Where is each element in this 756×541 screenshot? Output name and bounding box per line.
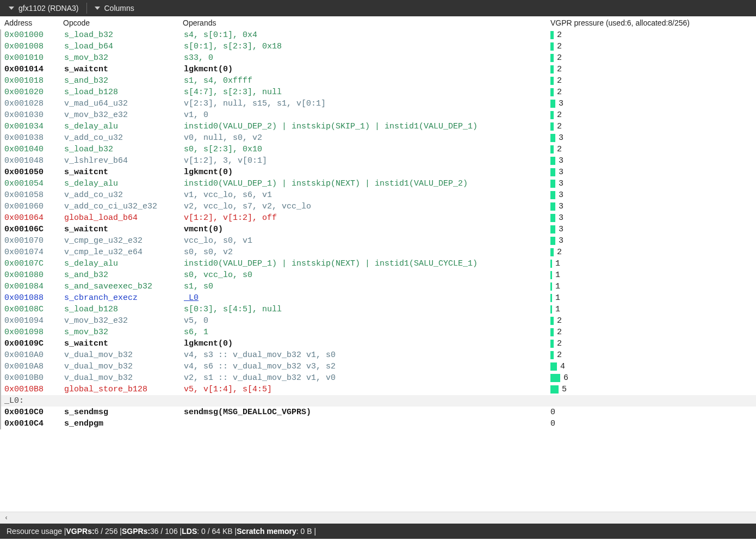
pressure-bar xyxy=(550,374,560,382)
cell-pressure: 2 xyxy=(550,144,753,155)
header-pressure[interactable]: VGPR pressure (used:6, allocated:8/256) xyxy=(550,19,753,27)
disasm-row[interactable]: 0x0010A0v_dual_mov_b32v4, s3 :: v_dual_m… xyxy=(0,349,756,361)
header-address[interactable]: Address xyxy=(3,19,63,27)
cell-address: 0x001018 xyxy=(4,75,64,87)
footer-vgprs-k: VGPRs: xyxy=(66,527,94,536)
disasm-row[interactable]: 0x0010C4s_endpgm0 xyxy=(0,418,756,429)
code-label[interactable]: _L0: xyxy=(0,395,756,407)
disasm-row[interactable]: 0x001050s_waitcntlgkmcnt(0)3 xyxy=(0,167,756,178)
disasm-row[interactable]: 0x001048v_lshlrev_b64v[1:2], 3, v[0:1]3 xyxy=(0,155,756,167)
disasm-row[interactable]: 0x001064global_load_b64v[1:2], v[1:2], o… xyxy=(0,212,756,224)
cell-pressure: 1 xyxy=(550,269,753,281)
disasm-row[interactable]: 0x001010s_mov_b32s33, 02 xyxy=(0,52,756,64)
cell-operands: lgkmcnt(0) xyxy=(184,167,550,178)
disasm-row[interactable]: 0x00107Cs_delay_aluinstid0(VALU_DEP_1) |… xyxy=(0,258,756,269)
cell-address: 0x001098 xyxy=(4,327,64,338)
cell-opcode: s_delay_alu xyxy=(64,258,184,269)
disasm-row[interactable]: 0x001088s_cbranch_execz_L01 xyxy=(0,292,756,304)
cell-opcode: s_load_b32 xyxy=(64,144,184,155)
disasm-row[interactable]: 0x001014s_waitcntlgkmcnt(0)2 xyxy=(0,64,756,75)
cell-address: 0x001028 xyxy=(4,98,64,109)
pressure-bar xyxy=(550,214,555,222)
disasm-row[interactable]: 0x00108Cs_load_b128s[0:3], s[4:5], null1 xyxy=(0,304,756,315)
cell-pressure: 1 xyxy=(550,258,753,269)
disasm-row[interactable]: 0x001080s_and_b32s0, vcc_lo, s01 xyxy=(0,269,756,281)
disasm-row[interactable]: 0x001054s_delay_aluinstid0(VALU_DEP_1) |… xyxy=(0,178,756,189)
pressure-value: 2 xyxy=(557,327,562,338)
cell-operands[interactable]: _L0 xyxy=(184,292,550,304)
disasm-row[interactable]: 0x001008s_load_b64s[0:1], s[2:3], 0x182 xyxy=(0,41,756,52)
disassembly-table[interactable]: 0x001000s_load_b32s4, s[0:1], 0x420x0010… xyxy=(0,29,756,512)
cell-opcode: s_sendmsg xyxy=(64,407,184,418)
cell-operands: s0, s[2:3], 0x10 xyxy=(184,144,550,155)
footer-sgprs-v: 36 / 106 | xyxy=(150,527,182,536)
pressure-value: 3 xyxy=(559,155,563,167)
disasm-row[interactable]: 0x0010C0s_sendmsgsendmsg(MSG_DEALLOC_VGP… xyxy=(0,407,756,418)
cell-address: 0x001020 xyxy=(4,87,64,98)
disasm-row[interactable]: 0x00106Cs_waitcntvmcnt(0)3 xyxy=(0,224,756,235)
cell-opcode: s_waitcnt xyxy=(64,64,184,75)
pressure-bar xyxy=(550,385,559,394)
cell-pressure: 2 xyxy=(550,75,753,87)
disasm-row[interactable]: 0x0010B8global_store_b128v5, v[1:4], s[4… xyxy=(0,384,756,395)
pressure-value: 3 xyxy=(559,98,563,109)
disasm-row[interactable]: 0x001094v_mov_b32_e32v5, 02 xyxy=(0,315,756,327)
horizontal-scrollbar[interactable]: ‹ xyxy=(0,512,756,524)
pressure-value: 2 xyxy=(557,144,562,155)
pressure-bar xyxy=(550,122,554,131)
columns-dropdown[interactable]: Columns xyxy=(89,0,140,16)
cell-opcode: s_delay_alu xyxy=(64,121,184,132)
disasm-row[interactable]: 0x0010B0v_dual_mov_b32v2, s1 :: v_dual_m… xyxy=(0,372,756,384)
scroll-left-icon[interactable]: ‹ xyxy=(2,514,10,522)
cell-operands: v5, v[1:4], s[4:5] xyxy=(184,384,550,395)
disasm-row[interactable]: 0x001030v_mov_b32_e32v1, 02 xyxy=(0,109,756,121)
disasm-row[interactable]: 0x001084s_and_saveexec_b32s1, s01 xyxy=(0,281,756,292)
cell-operands: s[0:3], s[4:5], null xyxy=(184,304,550,315)
cell-operands: v4, s3 :: v_dual_mov_b32 v1, s0 xyxy=(184,349,550,361)
disasm-row[interactable]: 0x001070v_cmp_ge_u32_e32vcc_lo, s0, v13 xyxy=(0,235,756,247)
cell-opcode: v_dual_mov_b32 xyxy=(64,349,184,361)
cell-address: 0x001094 xyxy=(4,315,64,327)
disasm-row[interactable]: 0x001060v_add_co_ci_u32_e32v2, vcc_lo, s… xyxy=(0,201,756,212)
cell-operands: v2, s1 :: v_dual_mov_b32 v1, v0 xyxy=(184,372,550,384)
pressure-bar xyxy=(550,100,555,108)
cell-operands xyxy=(184,418,550,429)
disasm-row[interactable]: 0x001040s_load_b32s0, s[2:3], 0x102 xyxy=(0,144,756,155)
disasm-row[interactable]: 0x001028v_mad_u64_u32v[2:3], null, s15, … xyxy=(0,98,756,109)
cell-operands: v[2:3], null, s15, s1, v[0:1] xyxy=(184,98,550,109)
cell-address: 0x0010B0 xyxy=(4,372,64,384)
header-operands[interactable]: Operands xyxy=(183,19,550,27)
cell-pressure: 4 xyxy=(550,361,753,372)
cell-address: 0x001088 xyxy=(4,292,64,304)
disasm-row[interactable]: 0x001034s_delay_aluinstid0(VALU_DEP_2) |… xyxy=(0,121,756,132)
cell-pressure: 2 xyxy=(550,349,753,361)
cell-address: 0x0010C4 xyxy=(4,418,64,429)
chevron-down-icon xyxy=(9,7,14,10)
pressure-value: 2 xyxy=(557,29,562,41)
pressure-value: 3 xyxy=(559,224,563,235)
cell-address: 0x001034 xyxy=(4,121,64,132)
pressure-value: 3 xyxy=(559,189,563,201)
cell-address: 0x001064 xyxy=(4,212,64,224)
pressure-bar xyxy=(550,328,554,336)
header-opcode[interactable]: Opcode xyxy=(63,19,183,27)
cell-pressure: 2 xyxy=(550,29,753,41)
cell-address: 0x00108C xyxy=(4,304,64,315)
disasm-row[interactable]: 0x001074v_cmp_le_u32_e64s0, s0, v22 xyxy=(0,247,756,258)
cell-address: 0x001080 xyxy=(4,269,64,281)
cell-opcode: v_add_co_u32 xyxy=(64,132,184,144)
cell-opcode: v_cmp_le_u32_e64 xyxy=(64,247,184,258)
disasm-row[interactable]: 0x00109Cs_waitcntlgkmcnt(0)2 xyxy=(0,338,756,349)
disasm-row[interactable]: 0x001038v_add_co_u32v0, null, s0, v23 xyxy=(0,132,756,144)
disasm-row[interactable]: 0x001000s_load_b32s4, s[0:1], 0x42 xyxy=(0,29,756,41)
cell-opcode: s_load_b128 xyxy=(64,304,184,315)
disasm-row[interactable]: 0x001058v_add_co_u32v1, vcc_lo, s6, v13 xyxy=(0,189,756,201)
pressure-bar xyxy=(550,134,555,142)
cell-pressure: 2 xyxy=(550,41,753,52)
disasm-row[interactable]: 0x001018s_and_b32s1, s4, 0xffff2 xyxy=(0,75,756,87)
pressure-value: 2 xyxy=(557,52,562,64)
arch-dropdown[interactable]: gfx1102 (RDNA3) xyxy=(3,0,84,16)
disasm-row[interactable]: 0x001020s_load_b128s[4:7], s[2:3], null2 xyxy=(0,87,756,98)
disasm-row[interactable]: 0x0010A8v_dual_mov_b32v4, s6 :: v_dual_m… xyxy=(0,361,756,372)
disasm-row[interactable]: 0x001098s_mov_b32s6, 12 xyxy=(0,327,756,338)
